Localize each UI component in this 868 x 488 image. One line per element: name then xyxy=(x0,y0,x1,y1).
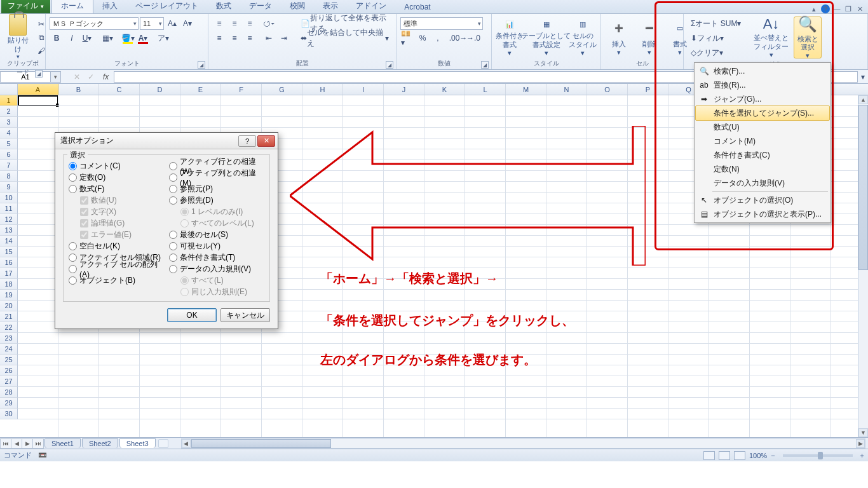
insert-cells-button[interactable]: ➕挿入▾ xyxy=(605,17,633,58)
zoom-in-button[interactable]: + xyxy=(860,452,864,459)
row-header-18[interactable]: 18 xyxy=(0,279,18,290)
sort-filter-button[interactable]: A↓並べ替えと フィルター▾ xyxy=(751,17,791,58)
col-header-D[interactable]: D xyxy=(140,84,180,95)
select-all-corner[interactable] xyxy=(0,84,18,95)
tab-review[interactable]: 校閲 xyxy=(281,0,314,13)
conditional-format-button[interactable]: 📊条件付き 書式▾ xyxy=(496,17,524,58)
clear-button[interactable]: ◇ クリア ▾ xyxy=(688,46,726,59)
accounting-button[interactable]: 💴▾ xyxy=(400,32,414,44)
percent-button[interactable]: % xyxy=(416,32,430,44)
radio-array[interactable]: アクティブ セルの配列(A) xyxy=(69,263,164,274)
sheet-tab-3[interactable]: Sheet3 xyxy=(119,438,156,448)
view-pagebreak-button[interactable] xyxy=(734,451,745,460)
menu-select-objects[interactable]: ↖オブジェクトの選択(O) xyxy=(696,193,829,207)
col-header-A[interactable]: A xyxy=(18,84,58,95)
dialog-titlebar[interactable]: 選択オプション ? ✕ xyxy=(55,133,278,149)
menu-comments[interactable]: コメント(M) xyxy=(696,134,829,148)
check-text[interactable]: 文字(X) xyxy=(69,206,164,217)
col-header-I[interactable]: I xyxy=(343,84,384,95)
font-launcher[interactable]: ◢ xyxy=(198,61,205,69)
row-header-22[interactable]: 22 xyxy=(0,322,18,333)
col-header-F[interactable]: F xyxy=(221,84,262,95)
radio-constants[interactable]: 定数(O) xyxy=(69,172,164,183)
tab-file[interactable]: ファイル▾ xyxy=(1,0,50,13)
menu-constants[interactable]: 定数(N) xyxy=(696,162,829,176)
find-select-button[interactable]: 🔍検索と 選択▾ xyxy=(794,17,822,58)
col-header-B[interactable]: B xyxy=(58,84,99,95)
menu-selection-pane[interactable]: ▤オブジェクトの選択と表示(P)... xyxy=(696,207,829,221)
radio-all-validation[interactable]: すべて(L) xyxy=(169,274,264,286)
number-launcher[interactable]: ◢ xyxy=(481,61,489,69)
row-header-9[interactable]: 9 xyxy=(0,182,18,193)
row-header-15[interactable]: 15 xyxy=(0,247,18,257)
fx-icon[interactable]: fx xyxy=(98,72,114,81)
radio-dependents[interactable]: 参照先(D) xyxy=(169,194,264,206)
orientation-button[interactable]: ⭯▾ xyxy=(262,17,276,30)
col-header-K[interactable]: K xyxy=(424,84,465,95)
align-left-button[interactable]: ≡ xyxy=(212,32,226,44)
sheet-tab-1[interactable]: Sheet1 xyxy=(44,438,81,448)
tab-formulas[interactable]: 数式 xyxy=(207,0,240,13)
expand-formula-bar[interactable]: ▾ xyxy=(858,71,868,83)
merge-center-button[interactable]: ⬌ セルを結合して中央揃え ▾ xyxy=(297,32,392,44)
active-cell[interactable] xyxy=(18,95,58,106)
decrease-decimal-button[interactable]: →.0 xyxy=(466,32,480,44)
row-header-30[interactable]: 30 xyxy=(0,409,18,419)
align-launcher[interactable]: ◢ xyxy=(386,61,393,69)
sheet-tab-2[interactable]: Sheet2 xyxy=(82,438,118,448)
row-header-17[interactable]: 17 xyxy=(0,268,18,279)
decrease-indent-button[interactable]: ⇤ xyxy=(262,32,276,44)
row-header-13[interactable]: 13 xyxy=(0,225,18,236)
increase-decimal-button[interactable]: .00→ xyxy=(451,32,465,44)
row-header-3[interactable]: 3 xyxy=(0,117,18,128)
row-header-10[interactable]: 10 xyxy=(0,193,18,203)
tab-addin[interactable]: アドイン xyxy=(347,0,395,13)
format-as-table-button[interactable]: ▦テーブルとして 書式設定▾ xyxy=(526,17,566,58)
sheet-nav-prev[interactable]: ◀ xyxy=(11,438,22,449)
tab-insert[interactable]: 挿入 xyxy=(93,0,126,13)
check-logicals[interactable]: 論理値(G) xyxy=(69,217,164,229)
row-header-19[interactable]: 19 xyxy=(0,290,18,301)
cell-styles-button[interactable]: ▥セルの スタイル▾ xyxy=(569,17,597,58)
row-header-12[interactable]: 12 xyxy=(0,214,18,225)
menu-validation[interactable]: データの入力規則(V) xyxy=(696,176,829,190)
font-color-button[interactable]: A▾ xyxy=(136,32,150,44)
row-header-24[interactable]: 24 xyxy=(0,344,18,355)
col-header-G[interactable]: G xyxy=(262,84,302,95)
hscroll-thumb[interactable] xyxy=(191,439,331,448)
phonetic-button[interactable]: ア▾ xyxy=(156,32,170,44)
align-center-button[interactable]: ≡ xyxy=(227,32,241,44)
vscroll-thumb[interactable] xyxy=(858,105,868,270)
decrease-font-button[interactable]: A▾ xyxy=(180,17,194,30)
font-name-combo[interactable]: ＭＳ Ｐゴシック xyxy=(50,17,139,30)
row-header-6[interactable]: 6 xyxy=(0,149,18,160)
row-header-21[interactable]: 21 xyxy=(0,311,18,322)
col-header-N[interactable]: N xyxy=(546,84,587,95)
col-header-M[interactable]: M xyxy=(506,84,546,95)
row-header-25[interactable]: 25 xyxy=(0,355,18,365)
window-close-icon[interactable]: ✕ xyxy=(855,4,864,13)
view-layout-button[interactable] xyxy=(719,451,730,460)
radio-all-levels[interactable]: すべてのレベル(L) xyxy=(169,217,264,229)
sheet-nav-first[interactable]: ⏮ xyxy=(0,438,11,449)
row-header-5[interactable]: 5 xyxy=(0,139,18,149)
menu-replace[interactable]: ab置換(R)... xyxy=(696,78,829,92)
fill-color-button[interactable]: 🪣▾ xyxy=(121,32,135,44)
zoom-slider[interactable] xyxy=(783,454,853,457)
col-header-H[interactable]: H xyxy=(302,84,343,95)
tab-page-layout[interactable]: ページ レイアウト xyxy=(126,0,207,13)
col-header-E[interactable]: E xyxy=(180,84,221,95)
horizontal-scrollbar[interactable]: ◀ ▶ xyxy=(181,438,865,449)
align-middle-button[interactable]: ≡ xyxy=(227,17,241,30)
menu-goto[interactable]: ➡ジャンプ(G)... xyxy=(696,92,829,106)
check-errors[interactable]: エラー値(E) xyxy=(69,229,164,240)
align-bottom-button[interactable]: ≡ xyxy=(243,17,257,30)
row-header-20[interactable]: 20 xyxy=(0,301,18,311)
radio-blanks[interactable]: 空白セル(K) xyxy=(69,240,164,252)
border-button[interactable]: ▦▾ xyxy=(100,32,114,44)
radio-comments[interactable]: コメント(C) xyxy=(69,160,164,172)
hscroll-right[interactable]: ▶ xyxy=(856,439,865,448)
row-header-29[interactable]: 29 xyxy=(0,398,18,409)
underline-button[interactable]: U▾ xyxy=(80,32,94,44)
row-header-26[interactable]: 26 xyxy=(0,365,18,376)
